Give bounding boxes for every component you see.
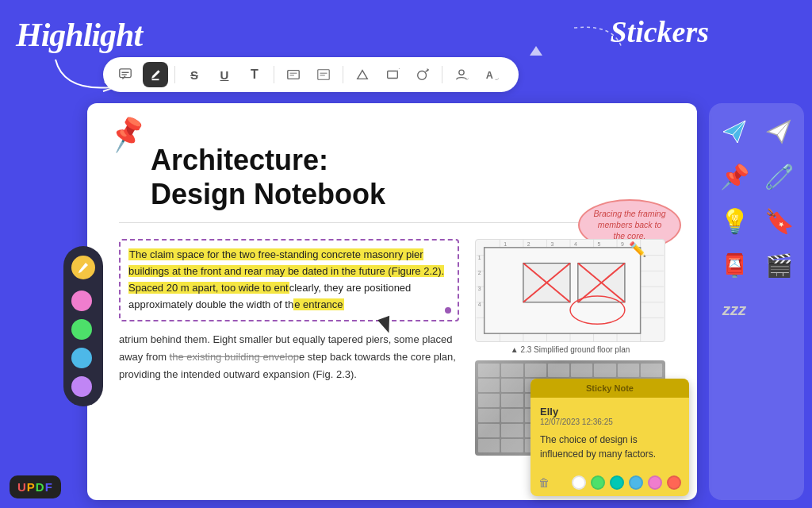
sticky-note: Sticky Note Elly 12/07/2023 12:36:25 The… (530, 379, 689, 496)
sticky-note-text: The choice of design is influenced by ma… (540, 433, 680, 461)
svg-rect-10 (388, 71, 398, 79)
svg-text:1: 1 (504, 241, 507, 247)
floor-plan-caption: ▲ 2.3 Simplified ground floor plan (475, 345, 665, 354)
window-18 (501, 394, 523, 407)
color-pink[interactable] (71, 291, 92, 311)
window-7 (618, 364, 639, 377)
sticky-note-body: Elly 12/07/2023 12:36:25 The choice of d… (530, 398, 689, 469)
highlight-label: Highlight (16, 16, 142, 54)
window-8 (641, 364, 662, 377)
svg-rect-7 (318, 70, 329, 80)
window-4 (548, 364, 569, 377)
font-button[interactable]: A (479, 62, 504, 87)
sticky-note-header: Sticky Note (530, 379, 689, 398)
sn-color-blue[interactable] (629, 475, 643, 490)
window-10 (501, 379, 523, 392)
window-5 (571, 364, 592, 377)
pencil-tool-button[interactable] (71, 256, 95, 279)
sticky-note-title: Sticky Note (586, 383, 634, 393)
color-purple[interactable] (71, 376, 92, 397)
document-title: Architecture: Design Notebook (151, 143, 665, 211)
sticky-note-footer: 🗑 (530, 469, 689, 496)
sticker-stamp[interactable]: 📮 (715, 246, 753, 284)
window-2 (501, 364, 523, 377)
divider-1 (174, 66, 175, 83)
svg-text:4: 4 (574, 241, 577, 247)
window-34 (501, 424, 523, 437)
sticky-note-author: Elly (540, 406, 680, 418)
color-palette (63, 246, 103, 406)
window-42 (501, 439, 523, 452)
text-box-button[interactable] (281, 62, 306, 87)
svg-text:2: 2 (527, 241, 530, 247)
window-25 (478, 409, 500, 422)
underline-button[interactable]: U (212, 62, 237, 87)
floor-plan-image: ✏️ 1 2 3 4 1 2 3 4 5 9 (475, 239, 665, 342)
sn-color-teal[interactable] (610, 475, 624, 490)
doc-text-normal: atrium behind them. Eight smaller but eq… (119, 331, 459, 383)
sn-color-green[interactable] (591, 475, 605, 490)
svg-text:4: 4 (478, 302, 481, 307)
sticker-pin-red[interactable]: 📌 (715, 157, 753, 195)
text-button[interactable]: T (242, 62, 267, 87)
floor-plan-svg: ✏️ 1 2 3 4 1 2 3 4 5 9 (476, 240, 665, 341)
divider-4 (442, 66, 442, 83)
toolbar: S U T (103, 57, 519, 92)
pin-icon: 📌 (105, 114, 148, 155)
updf-logo: UPDF (10, 475, 61, 498)
sticker-paper-plane-1[interactable] (715, 113, 753, 151)
svg-text:3: 3 (478, 286, 481, 291)
svg-text:2: 2 (478, 271, 481, 276)
comment-button[interactable] (113, 62, 138, 87)
highlighted-text-block: The claim space for the two free-standin… (119, 239, 459, 321)
divider-2 (274, 66, 274, 83)
svg-point-12 (459, 70, 464, 75)
document-left-column: The claim space for the two free-standin… (119, 239, 459, 456)
window-9 (478, 379, 500, 392)
sn-color-pink[interactable] (648, 475, 662, 490)
svg-text:A: A (486, 70, 493, 81)
sticker-paper-plane-2[interactable] (760, 113, 798, 151)
sticker-bookmark[interactable]: 🔖 (760, 202, 798, 240)
window-41 (478, 439, 500, 452)
window-26 (501, 409, 523, 422)
user-button[interactable] (449, 62, 474, 87)
sticker-idea[interactable]: 💡 (715, 202, 753, 240)
oval-button[interactable] (410, 62, 435, 87)
sticker-clapperboard[interactable]: 🎬 (760, 246, 798, 284)
dotted-arc (566, 24, 630, 56)
stickers-panel: 📌 🧷 💡 🔖 📮 🎬 zzz (709, 103, 804, 500)
sticker-zzz[interactable]: zzz (715, 291, 753, 329)
strikethrough-button[interactable]: S (182, 62, 207, 87)
color-blue[interactable] (71, 348, 92, 368)
updf-logo-text: UPDF (17, 480, 53, 494)
svg-rect-4 (288, 71, 299, 79)
text-align-button[interactable] (311, 62, 336, 87)
window-33 (478, 424, 500, 437)
svg-text:1: 1 (478, 255, 481, 260)
window-3 (525, 364, 546, 377)
svg-text:9: 9 (621, 241, 624, 247)
color-green[interactable] (71, 319, 92, 340)
rectangle-button[interactable] (380, 62, 405, 87)
window-17 (478, 394, 500, 407)
svg-text:3: 3 (550, 241, 553, 247)
sticker-pin-green[interactable]: 🧷 (760, 157, 798, 195)
shape-triangle-button[interactable] (350, 62, 375, 87)
svg-point-11 (418, 71, 427, 80)
svg-text:✏️: ✏️ (629, 241, 647, 258)
sn-color-white[interactable] (572, 475, 586, 490)
sticky-note-delete-button[interactable]: 🗑 (538, 476, 550, 489)
svg-text:5: 5 (597, 241, 600, 247)
divider-3 (343, 66, 343, 83)
highlight-button[interactable] (143, 62, 168, 87)
triangle-decoration (530, 46, 542, 56)
window-6 (594, 364, 615, 377)
window-1 (478, 364, 500, 377)
floor-plan-container: Bracing the framing members back to the … (475, 239, 665, 354)
sticky-note-date: 12/07/2023 12:36:25 (540, 418, 680, 426)
sn-color-red[interactable] (667, 475, 681, 490)
